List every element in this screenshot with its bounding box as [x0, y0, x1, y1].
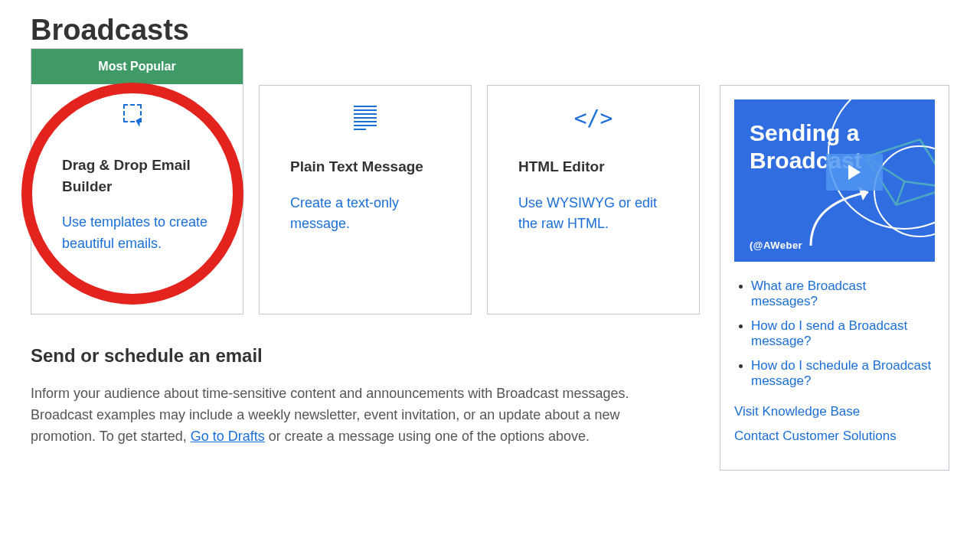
card-drag-drop[interactable]: Most Popular Drag & Drop Email Builder U… [31, 48, 243, 315]
section-text-after: or create a message using one of the opt… [265, 429, 590, 444]
help-link[interactable]: How do I send a Broadcast message? [751, 318, 907, 348]
send-schedule-section: Send or schedule an email Inform your au… [31, 345, 700, 448]
help-link[interactable]: How do I schedule a Broadcast message? [751, 358, 931, 388]
card-description: Use templates to create beautiful emails… [62, 212, 212, 255]
list-item: What are Broadcast messages? [751, 279, 935, 309]
card-title: Plain Text Message [290, 156, 440, 178]
help-links: Visit Knowledge Base Contact Customer So… [734, 404, 935, 444]
list-item: How do I schedule a Broadcast message? [751, 358, 935, 389]
contact-support-link[interactable]: Contact Customer Solutions [734, 429, 935, 444]
help-link[interactable]: What are Broadcast messages? [751, 279, 866, 308]
knowledge-base-link[interactable]: Visit Knowledge Base [734, 404, 935, 419]
section-heading: Send or schedule an email [31, 345, 700, 367]
html-icon: </> [574, 106, 613, 136]
list-item: How do I send a Broadcast message? [751, 318, 935, 349]
video-thumbnail[interactable]: Sending a Broadcast (@AWeber [734, 99, 935, 262]
go-to-drafts-link[interactable]: Go to Drafts [191, 429, 265, 444]
section-text: Inform your audience about time-sensitiv… [31, 383, 674, 448]
most-popular-badge: Most Popular [31, 49, 243, 84]
card-plain-text[interactable]: Plain Text Message Create a text-only me… [259, 85, 472, 315]
brand-label: (@AWeber [750, 240, 802, 251]
page-title: Broadcasts [31, 14, 949, 47]
card-description: Use WYSIWYG or edit the raw HTML. [518, 193, 668, 236]
card-title: Drag & Drop Email Builder [62, 155, 212, 197]
builder-options: Most Popular Drag & Drop Email Builder U… [31, 85, 700, 448]
plain-text-icon [354, 106, 377, 136]
card-html-editor[interactable]: </> HTML Editor Use WYSIWYG or edit the … [487, 85, 700, 315]
play-icon [826, 154, 883, 191]
drag-drop-icon [123, 104, 151, 135]
help-article-list: What are Broadcast messages? How do I se… [734, 279, 935, 389]
card-description: Create a text-only message. [290, 193, 440, 236]
card-title: HTML Editor [518, 156, 668, 178]
help-sidebar: Sending a Broadcast (@AWeber [720, 85, 949, 471]
